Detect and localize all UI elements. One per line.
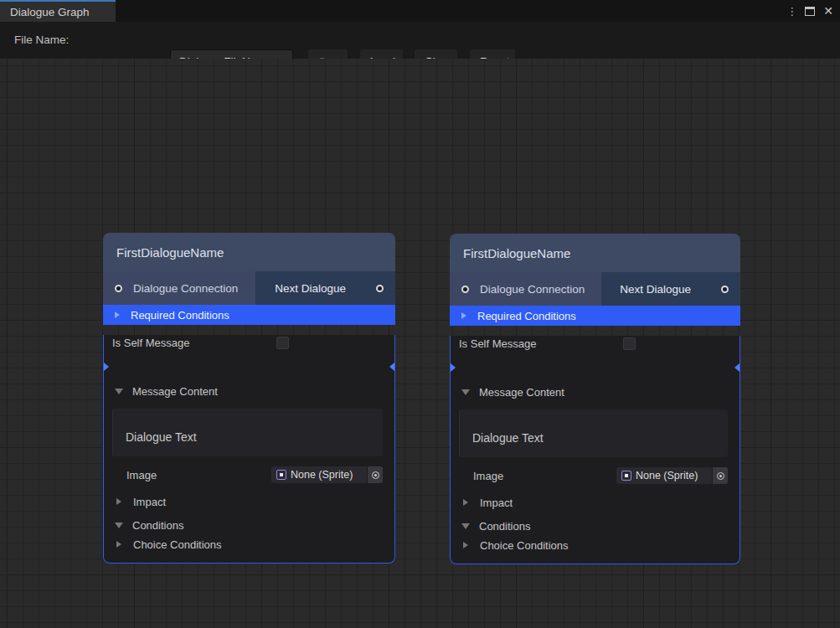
output-port-label: Next Dialogue [275, 282, 346, 295]
is-self-message-checkbox[interactable] [623, 337, 636, 350]
impact-foldout[interactable]: Impact [116, 494, 394, 509]
graph-canvas[interactable]: FirstDialogueName Dialogue Connection Ne… [0, 59, 840, 628]
image-field-row: Image None (Sprite) [473, 467, 728, 484]
choice-conditions-foldout[interactable]: Choice Conditions [116, 537, 394, 552]
sprite-icon [276, 470, 286, 480]
output-port-label: Next Dialogue [620, 283, 691, 296]
input-port-label: Dialogue Connection [133, 282, 238, 295]
tab-title: Dialogue Graph [10, 6, 90, 18]
message-content-foldout[interactable]: Message Content [116, 383, 394, 399]
window-menu-icon[interactable]: ⋮ [786, 5, 796, 18]
object-picker-button[interactable] [367, 466, 383, 483]
is-self-message-row: Is Self Message [112, 335, 383, 350]
output-port-icon[interactable] [721, 286, 729, 293]
foldout-collapsed-icon [463, 499, 468, 506]
foldout-expanded-icon [115, 522, 123, 528]
conditions-foldout[interactable]: Conditions [116, 517, 394, 533]
node-body: Is Self Message Message Content Dialogue… [450, 336, 740, 564]
foldout-collapsed-icon [116, 498, 121, 505]
object-picker-icon [372, 471, 379, 479]
required-conditions-label: Required Conditions [477, 310, 576, 322]
node-ports-row: Dialogue Connection Next Dialogue [450, 272, 740, 306]
impact-label: Impact [133, 496, 166, 508]
tab-dialogue-graph[interactable]: Dialogue Graph [0, 0, 116, 22]
object-picker-button[interactable] [712, 467, 728, 484]
is-self-message-row: Is Self Message [459, 336, 728, 351]
conditions-label: Conditions [479, 520, 530, 533]
dialogue-text-value: Dialogue Text [126, 430, 197, 444]
window-tab-bar: Dialogue Graph ⋮ ✕ [0, 0, 840, 22]
image-label: Image [126, 469, 271, 481]
dialogue-text-input[interactable]: Dialogue Text [112, 409, 383, 456]
node-title-bar[interactable]: FirstDialogueName [103, 233, 395, 271]
maximize-icon[interactable] [805, 7, 815, 16]
required-conditions-label: Required Conditions [131, 309, 229, 322]
message-content-label: Message Content [132, 385, 218, 398]
node-title: FirstDialogueName [463, 246, 570, 260]
image-label: Image [473, 470, 616, 482]
node-title: FirstDialogueName [116, 245, 224, 260]
close-icon[interactable]: ✕ [823, 5, 833, 17]
required-conditions-foldout[interactable]: Required Conditions [450, 306, 740, 326]
foldout-expanded-icon [461, 389, 470, 395]
node-ports-row: Dialogue Connection Next Dialogue [103, 271, 395, 305]
file-name-label: File Name: [14, 33, 69, 46]
dialogue-text-input[interactable]: Dialogue Text [459, 409, 728, 457]
left-edge-connector-icon [104, 363, 109, 371]
output-port[interactable]: Next Dialogue [255, 271, 395, 305]
input-port[interactable]: Dialogue Connection [450, 272, 601, 306]
object-picker-icon [717, 472, 724, 480]
sprite-object-value: None (Sprite) [636, 470, 712, 481]
input-port[interactable]: Dialogue Connection [103, 271, 255, 305]
impact-foldout[interactable]: Impact [463, 495, 740, 510]
image-field-row: Image None (Sprite) [126, 466, 383, 483]
foldout-expanded-icon [115, 389, 123, 394]
foldout-expanded-icon [461, 523, 470, 529]
foldout-collapsed-icon [463, 542, 468, 548]
right-edge-connector-icon [734, 363, 740, 372]
node-title-bar[interactable]: FirstDialogueName [450, 234, 740, 272]
required-conditions-foldout[interactable]: Required Conditions [103, 305, 395, 325]
dialogue-node[interactable]: FirstDialogueName Dialogue Connection Ne… [450, 234, 740, 564]
input-port-icon[interactable] [115, 285, 122, 292]
dialogue-node[interactable]: FirstDialogueName Dialogue Connection Ne… [103, 233, 395, 564]
is-self-message-label: Is Self Message [459, 337, 623, 350]
foldout-collapsed-icon [461, 312, 466, 319]
left-edge-connector-icon [451, 363, 456, 372]
foldout-collapsed-icon [115, 311, 120, 318]
choice-conditions-label: Choice Conditions [133, 538, 222, 551]
sprite-object-field[interactable]: None (Sprite) [271, 466, 383, 483]
node-body: Is Self Message Message Content Dialogue… [103, 335, 395, 564]
message-content-label: Message Content [479, 386, 564, 399]
impact-label: Impact [480, 497, 513, 509]
output-port[interactable]: Next Dialogue [601, 272, 740, 306]
output-port-icon[interactable] [376, 285, 384, 292]
graph-toolbar: File Name: Save Load Clear Reset [0, 22, 840, 59]
choice-conditions-label: Choice Conditions [480, 539, 569, 552]
foldout-collapsed-icon [116, 541, 121, 548]
conditions-label: Conditions [132, 519, 183, 532]
conditions-foldout[interactable]: Conditions [463, 518, 740, 533]
right-edge-connector-icon [389, 363, 394, 371]
is-self-message-label: Is Self Message [112, 337, 276, 349]
is-self-message-checkbox[interactable] [276, 337, 289, 349]
choice-conditions-foldout[interactable]: Choice Conditions [463, 538, 740, 553]
input-port-label: Dialogue Connection [480, 283, 585, 296]
dialogue-text-value: Dialogue Text [472, 431, 544, 445]
input-port-icon[interactable] [461, 286, 469, 293]
sprite-icon [621, 471, 631, 481]
sprite-object-value: None (Sprite) [291, 469, 367, 481]
window-controls: ⋮ ✕ [786, 0, 833, 22]
message-content-foldout[interactable]: Message Content [463, 384, 740, 399]
sprite-object-field[interactable]: None (Sprite) [616, 467, 728, 484]
